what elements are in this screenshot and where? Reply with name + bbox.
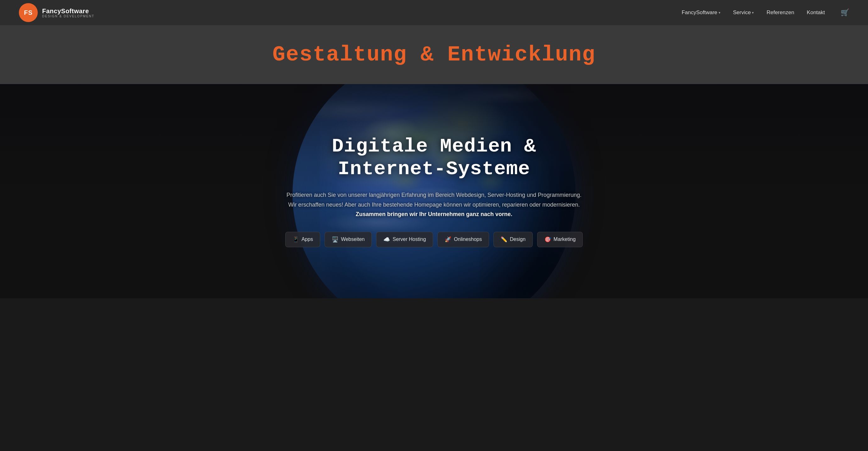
btn-marketing[interactable]: 🎯 Marketing (537, 232, 583, 247)
cart-icon[interactable]: 🛒 (841, 8, 849, 17)
design-icon: ✏️ (501, 236, 507, 243)
main-nav: FancySoftware ▾ Service ▾ Referenzen Kon… (682, 8, 849, 17)
header: FS FancySoftware DESIGN & DEVELOPMENT Fa… (0, 0, 868, 25)
logo[interactable]: FS FancySoftware DESIGN & DEVELOPMENT (19, 3, 94, 22)
logo-subtitle: DESIGN & DEVELOPMENT (42, 15, 94, 18)
nav-item-fancysoftware[interactable]: FancySoftware ▾ (682, 9, 720, 16)
btn-server-hosting[interactable]: ☁️ Server Hosting (376, 232, 433, 247)
hero-title: Gestaltung & Entwicklung (12, 43, 856, 67)
logo-text-block: FancySoftware DESIGN & DEVELOPMENT (42, 7, 94, 18)
main-section: Digitale Medien & Internet-Systeme Profi… (0, 84, 868, 298)
nav-item-service[interactable]: Service ▾ (733, 9, 754, 16)
main-title: Digitale Medien & Internet-Systeme (277, 135, 591, 180)
hosting-icon: ☁️ (383, 236, 390, 243)
btn-webseiten[interactable]: 🖥️ Webseiten (324, 232, 372, 247)
btn-onlineshops[interactable]: 🚀 Onlineshops (437, 232, 489, 247)
btn-apps[interactable]: 📱 Apps (285, 232, 320, 247)
logo-name: FancySoftware (42, 7, 94, 15)
btn-design[interactable]: ✏️ Design (493, 232, 533, 247)
main-description: Profitieren auch Sie von unserer langjäh… (277, 190, 591, 219)
main-content: Digitale Medien & Internet-Systeme Profi… (277, 135, 591, 247)
hero-banner: Gestaltung & Entwicklung (0, 25, 868, 84)
nav-item-referenzen[interactable]: Referenzen (767, 9, 794, 16)
chevron-down-icon: ▾ (752, 11, 754, 15)
logo-icon: FS (19, 3, 38, 22)
chevron-down-icon: ▾ (719, 11, 720, 15)
apps-icon: 📱 (292, 236, 299, 243)
service-buttons: 📱 Apps 🖥️ Webseiten ☁️ Server Hosting 🚀 … (277, 232, 591, 247)
onlineshops-icon: 🚀 (445, 236, 451, 243)
webseiten-icon: 🖥️ (332, 236, 338, 243)
marketing-icon: 🎯 (545, 236, 551, 243)
nav-item-kontakt[interactable]: Kontakt (807, 9, 825, 16)
